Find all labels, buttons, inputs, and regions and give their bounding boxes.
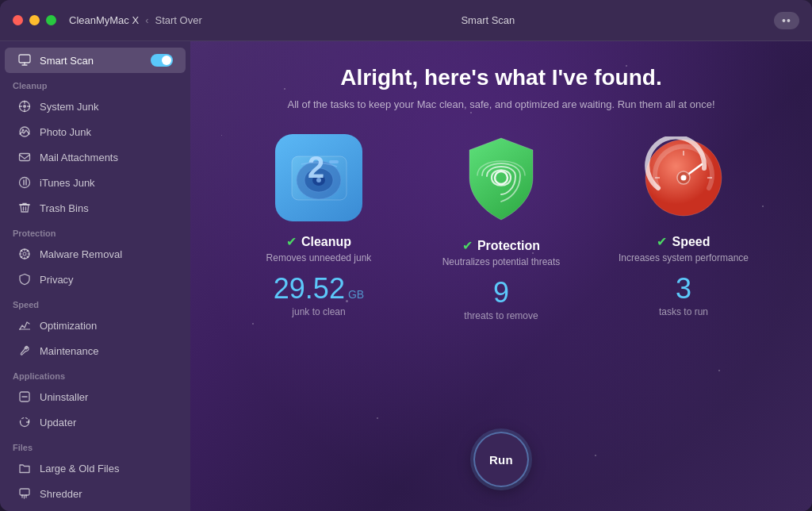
cleanup-subtitle: Removes unneeded junk	[266, 252, 372, 263]
sidebar-item-itunes-junk[interactable]: iTunes Junk	[5, 170, 186, 195]
photo-junk-icon	[17, 125, 32, 139]
cards-row: 2 ✔ Cleanup Remove	[239, 134, 763, 321]
uninstaller-label: Uninstaller	[40, 391, 88, 403]
trash-bins-label: Trash Bins	[40, 202, 89, 214]
protection-check-icon: ✔	[462, 238, 473, 253]
protection-number-label: threats to remove	[464, 310, 538, 321]
optimization-label: Optimization	[40, 320, 97, 332]
speed-subtitle: Increases system performance	[619, 252, 749, 263]
cleanup-unit: GB	[348, 288, 364, 301]
privacy-icon	[17, 272, 32, 286]
content-header: Alright, here's what I've found. All of …	[287, 65, 714, 110]
svg-point-8	[23, 252, 26, 256]
speed-card-icon	[640, 134, 727, 221]
svg-text:2: 2	[308, 151, 324, 184]
system-junk-icon	[17, 99, 32, 113]
app-name: CleanMyMac X	[69, 14, 139, 26]
cleanup-number: 29.52	[274, 275, 345, 303]
app-title-area: CleanMyMac X ‹ Start Over	[69, 14, 202, 26]
close-button[interactable]	[13, 15, 23, 25]
cleanup-check-icon: ✔	[286, 234, 297, 249]
app-window: CleanMyMac X ‹ Start Over Smart Scan •• …	[0, 0, 812, 511]
large-files-icon	[17, 461, 32, 475]
title-separator: ‹	[145, 14, 148, 26]
sidebar-item-mail-attachments[interactable]: Mail Attachments	[5, 144, 186, 170]
sidebar-item-trash-bins[interactable]: Trash Bins	[5, 195, 186, 221]
svg-point-2	[23, 105, 26, 108]
svg-rect-10	[20, 489, 29, 495]
speed-number: 3	[676, 275, 691, 303]
cleanup-number-label: junk to clean	[292, 306, 345, 317]
malware-icon	[17, 247, 32, 261]
updater-icon	[17, 415, 32, 429]
sidebar-item-shredder[interactable]: Shredder	[5, 481, 186, 506]
cleanup-title-row: ✔ Cleanup	[286, 234, 351, 249]
sidebar-section-protection: Protection	[0, 221, 190, 241]
protection-card: ✔ Protection Neutralizes potential threa…	[422, 134, 580, 321]
monitor-icon	[17, 53, 32, 67]
run-button[interactable]: Run	[473, 432, 529, 487]
sidebar-item-privacy[interactable]: Privacy	[5, 267, 186, 292]
svg-point-4	[22, 129, 25, 132]
optimization-icon	[17, 318, 32, 332]
maximize-button[interactable]	[46, 15, 56, 25]
speed-title-row: ✔ Speed	[657, 234, 710, 249]
sidebar-smart-scan-label: Smart Scan	[40, 55, 94, 67]
shredder-label: Shredder	[40, 488, 82, 500]
system-junk-label: System Junk	[40, 101, 98, 113]
smart-scan-toggle[interactable]	[151, 54, 173, 67]
sidebar-item-smart-scan[interactable]: Smart Scan	[5, 48, 186, 73]
traffic-lights	[13, 15, 56, 25]
sidebar-item-photo-junk[interactable]: Photo Junk	[5, 119, 186, 144]
svg-rect-16	[329, 160, 339, 163]
sidebar-section-cleanup: Cleanup	[0, 73, 190, 94]
sidebar-section-files: Files	[0, 435, 190, 455]
svg-rect-0	[19, 55, 30, 63]
protection-title: Protection	[477, 239, 540, 253]
title-bar: CleanMyMac X ‹ Start Over Smart Scan ••	[0, 0, 812, 41]
sidebar-item-large-old-files[interactable]: Large & Old Files	[5, 455, 186, 481]
sidebar-item-system-junk[interactable]: System Junk	[5, 94, 186, 119]
sidebar-section-speed: Speed	[0, 292, 190, 313]
minimize-button[interactable]	[29, 15, 40, 25]
mail-attachments-label: Mail Attachments	[40, 152, 118, 163]
shredder-icon	[17, 486, 32, 501]
page-heading: Alright, here's what I've found.	[287, 65, 714, 90]
main-area: Smart Scan Cleanup System Junk	[0, 41, 812, 511]
protection-card-icon	[458, 134, 545, 225]
malware-removal-label: Malware Removal	[40, 248, 122, 260]
photo-junk-label: Photo Junk	[40, 126, 91, 138]
sidebar-item-malware-removal[interactable]: Malware Removal	[5, 241, 186, 267]
svg-rect-5	[20, 154, 30, 161]
speed-check-icon: ✔	[657, 234, 667, 249]
privacy-label: Privacy	[40, 274, 74, 286]
cleanup-card: 2 ✔ Cleanup Remove	[239, 134, 398, 321]
window-title: Smart Scan	[202, 14, 774, 26]
speed-number-label: tasks to run	[659, 306, 708, 317]
large-old-files-label: Large & Old Files	[40, 463, 119, 474]
more-options-button[interactable]: ••	[774, 12, 799, 29]
maintenance-label: Maintenance	[40, 345, 98, 357]
speed-title: Speed	[672, 235, 710, 249]
sidebar-item-maintenance[interactable]: Maintenance	[5, 338, 186, 363]
protection-subtitle: Neutralizes potential threats	[442, 256, 561, 267]
mail-icon	[17, 150, 32, 164]
main-content: Alright, here's what I've found. All of …	[190, 41, 812, 511]
maintenance-icon	[17, 344, 32, 358]
svg-point-6	[20, 178, 30, 188]
updater-label: Updater	[40, 417, 76, 428]
sidebar-item-uninstaller[interactable]: Uninstaller	[5, 384, 186, 409]
start-over-button[interactable]: Start Over	[155, 14, 201, 26]
speed-card: ✔ Speed Increases system performance 3 t…	[604, 134, 763, 321]
sidebar-section-applications: Applications	[0, 363, 190, 384]
sidebar: Smart Scan Cleanup System Junk	[0, 41, 190, 511]
protection-number: 9	[493, 279, 509, 307]
trash-bins-icon	[17, 201, 32, 215]
page-subheading: All of the tasks to keep your Mac clean,…	[287, 98, 714, 110]
protection-title-row: ✔ Protection	[462, 238, 540, 253]
cleanup-title: Cleanup	[301, 235, 351, 249]
sidebar-item-optimization[interactable]: Optimization	[5, 313, 186, 338]
cleanup-card-icon: 2	[275, 134, 362, 221]
sidebar-item-updater[interactable]: Updater	[5, 409, 186, 435]
uninstaller-icon	[17, 390, 32, 404]
